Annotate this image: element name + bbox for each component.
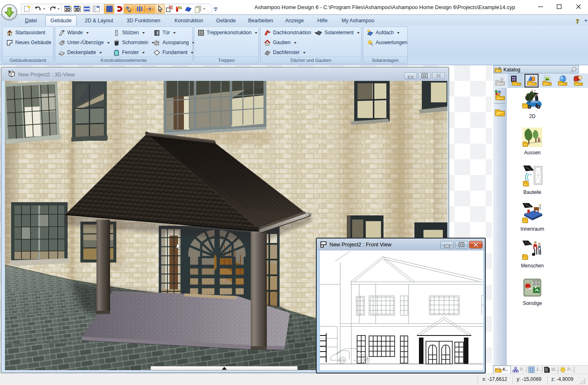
svg-text:3D: 3D xyxy=(75,7,80,12)
svg-text:?: ? xyxy=(576,18,579,25)
svg-text:2D: 2D xyxy=(65,7,71,12)
svg-text:STOP: STOP xyxy=(526,287,532,290)
